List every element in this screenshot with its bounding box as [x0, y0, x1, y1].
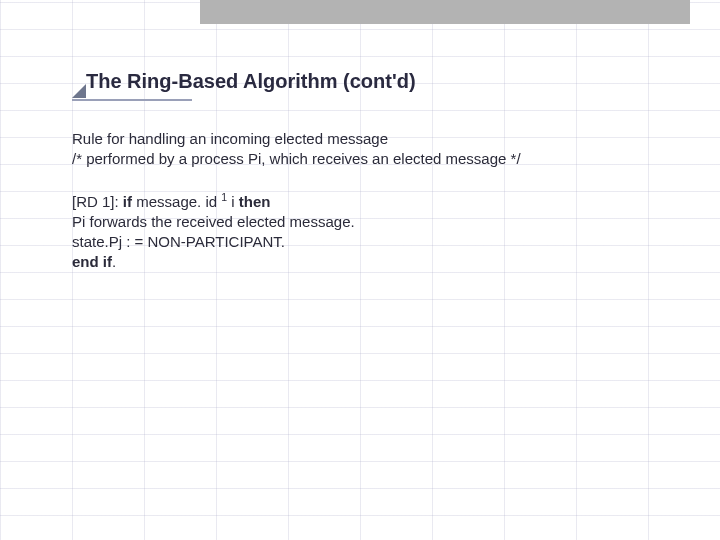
rule-label: [RD 1]:: [72, 193, 123, 210]
rule-line-4: end if.: [72, 252, 660, 272]
body-text: Rule for handling an incoming elected me…: [72, 129, 660, 273]
keyword-then: then: [239, 193, 271, 210]
title-row: The Ring-Based Algorithm (cont'd): [72, 70, 660, 93]
rule-line-2: Pi forwards the received elected message…: [72, 212, 660, 232]
title-underline: [72, 99, 192, 101]
keyword-if: if: [123, 193, 132, 210]
rule-paragraph: [RD 1]: if message. id 1 i then Pi forwa…: [72, 192, 660, 273]
rule-line-3: state.Pj : = NON-PARTICIPANT.: [72, 232, 660, 252]
intro-line-1: Rule for handling an incoming elected me…: [72, 129, 660, 149]
rule-cond-i: i: [227, 193, 239, 210]
rule-cond-prefix: message. id: [132, 193, 221, 210]
slide-content: The Ring-Based Algorithm (cont'd) Rule f…: [72, 70, 660, 295]
page-title: The Ring-Based Algorithm (cont'd): [82, 70, 416, 93]
intro-paragraph: Rule for handling an incoming elected me…: [72, 129, 660, 170]
rule-line-1: [RD 1]: if message. id 1 i then: [72, 192, 660, 212]
top-accent-bar: [200, 0, 690, 24]
intro-line-2: /* performed by a process Pi, which rece…: [72, 149, 660, 169]
title-notch-icon: [72, 84, 86, 98]
keyword-endif: end if: [72, 253, 112, 270]
